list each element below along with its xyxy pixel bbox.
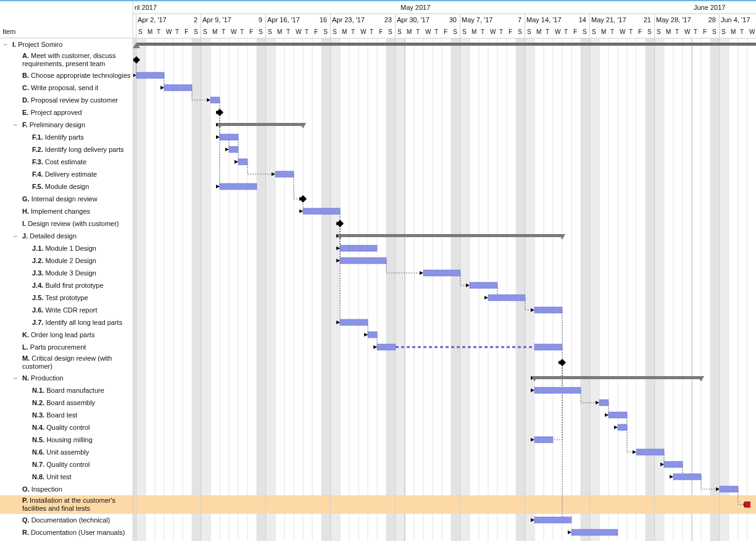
task-row[interactable]: G. Internal design review — [0, 193, 133, 205]
task-row[interactable]: B. Choose appropriate technologies — [0, 69, 133, 82]
svg-rect-120 — [534, 376, 701, 379]
task-row[interactable]: K. Order long lead parts — [0, 329, 133, 341]
day-letter: W — [555, 28, 561, 35]
task-text: Proposal review by customer — [31, 96, 118, 104]
task-prefix: C. — [22, 84, 31, 91]
task-row[interactable]: –F. Preliminary design — [0, 119, 133, 131]
task-text: Unit test — [46, 473, 71, 480]
task-row[interactable]: –N. Production — [0, 372, 133, 384]
task-row[interactable]: N.3. Board test — [0, 409, 133, 421]
svg-rect-17 — [655, 38, 664, 541]
task-row[interactable]: J.3. Module 3 Design — [0, 267, 133, 279]
task-text: Module design — [45, 183, 89, 190]
task-row[interactable]: J.7. Identify all long lead parts — [0, 316, 133, 329]
task-row[interactable]: J.1. Module 1 Design — [0, 242, 133, 254]
task-row[interactable]: F.5. Module design — [0, 180, 133, 193]
collapse-toggle-icon[interactable]: – — [14, 374, 22, 381]
collapse-toggle-icon[interactable]: – — [14, 232, 22, 239]
task-row[interactable]: I. Design review (with customer) — [0, 217, 133, 230]
gantt-bar — [340, 258, 386, 264]
task-row[interactable]: –J. Detailed design — [0, 230, 133, 242]
task-label: F.4. Delivery estimate — [32, 170, 97, 178]
task-text: Critical design review (with customer) — [22, 354, 112, 370]
task-row[interactable]: F.4. Delivery estimate — [0, 168, 133, 180]
task-row[interactable]: N.1. Board manufacture — [0, 384, 133, 396]
task-text: Build first prototype — [45, 282, 103, 289]
task-text: Cost estimate — [45, 158, 86, 166]
task-row[interactable]: F.2. Identify long delivery parts — [0, 143, 133, 156]
gantt-bar — [534, 307, 562, 313]
gantt-bar — [340, 245, 377, 251]
task-row[interactable]: R. Documentation (User manuals) — [0, 526, 133, 539]
task-prefix: J. — [22, 232, 30, 240]
task-row[interactable]: F.1. Identify parts — [0, 131, 133, 143]
task-label: I. Design review (with customer) — [22, 220, 119, 227]
task-prefix: K. — [22, 331, 31, 338]
task-prefix: O. — [22, 485, 31, 493]
task-row[interactable]: N.6. Unit assembly — [0, 446, 133, 458]
day-letter: T — [740, 28, 744, 35]
day-letter: S — [453, 28, 457, 35]
task-text: Documentation (technical) — [31, 516, 110, 524]
day-letter: F — [638, 28, 642, 35]
task-prefix: P. — [22, 497, 30, 504]
day-letter: W — [490, 28, 496, 35]
task-row[interactable]: J.2. Module 2 Design — [0, 254, 133, 267]
task-row[interactable]: J.6. Write CDR report — [0, 304, 133, 316]
task-list-header[interactable]: Item — [0, 1, 133, 38]
task-label: F.1. Identify parts — [32, 133, 84, 141]
week-label: May 14, '17 — [526, 16, 562, 23]
task-prefix: N.5. — [32, 436, 46, 443]
gantt-bar — [534, 387, 581, 393]
day-letter: S — [518, 28, 522, 35]
task-row[interactable]: H. Implement changes — [0, 205, 133, 217]
task-row[interactable]: N.5. Housing milling — [0, 434, 133, 446]
task-label: N.4. Quality control — [32, 424, 90, 431]
task-prefix: J.2. — [32, 257, 45, 264]
task-label: J.5. Test prototype — [32, 294, 88, 301]
collapse-toggle-icon[interactable]: – — [14, 121, 22, 128]
task-text: Installation at the customer's facilitie… — [22, 497, 115, 512]
day-letter: W — [425, 28, 431, 35]
gantt-bar — [664, 461, 683, 468]
task-row[interactable]: J.5. Test prototype — [0, 291, 133, 304]
task-row[interactable]: N.8. Unit test — [0, 471, 133, 483]
task-text: Quality control — [46, 424, 89, 431]
task-row[interactable]: J.4. Build first prototype — [0, 279, 133, 291]
task-row[interactable]: A. Meet with customer, discuss requireme… — [0, 51, 133, 69]
task-prefix: M. — [22, 354, 31, 362]
task-row[interactable]: D. Proposal review by customer — [0, 94, 133, 106]
task-text: Write CDR report — [45, 306, 97, 314]
task-row[interactable]: E. Project approved — [0, 106, 133, 119]
week-number: 21 — [644, 16, 651, 23]
svg-rect-114 — [136, 43, 756, 46]
gantt-svg: ril 2017May 2017June 2017Apr 2, '172SMTW… — [133, 1, 756, 541]
task-row[interactable]: N.4. Quality control — [0, 421, 133, 434]
task-prefix: J.5. — [32, 294, 45, 301]
day-letter: S — [462, 28, 467, 35]
week-number: 23 — [384, 16, 392, 23]
task-row[interactable]: N.2. Board assembly — [0, 396, 133, 409]
gantt-bar — [275, 171, 294, 177]
task-row[interactable]: N.7. Quality control — [0, 458, 133, 471]
task-row[interactable]: Q. Documentation (technical) — [0, 514, 133, 526]
task-row[interactable]: O. Inspection — [0, 483, 133, 495]
task-label: I. Project Somiro — [12, 41, 62, 48]
task-row[interactable]: C. Write proposal, send it — [0, 82, 133, 94]
gantt-bar — [720, 486, 738, 492]
task-text: Module 1 Design — [45, 245, 96, 252]
task-row[interactable]: L. Parts procurement — [0, 341, 133, 353]
task-row[interactable]: M. Critical design review (with customer… — [0, 353, 133, 372]
week-label: Apr 2, '17 — [138, 16, 167, 23]
svg-rect-2 — [192, 38, 201, 541]
task-label: D. Proposal review by customer — [22, 96, 118, 104]
gantt-timeline-panel[interactable]: ril 2017May 2017June 2017Apr 2, '172SMTW… — [133, 1, 756, 541]
task-row[interactable]: –I. Project Somiro — [0, 38, 133, 51]
week-label: Jun 4, '17 — [721, 16, 750, 23]
collapse-toggle-icon[interactable]: – — [4, 41, 12, 48]
task-row[interactable]: P. Installation at the customer's facili… — [0, 495, 133, 514]
task-tree: –I. Project SomiroA. Meet with customer,… — [0, 38, 133, 539]
day-letter: T — [416, 28, 420, 35]
task-prefix: N.4. — [32, 424, 46, 431]
task-row[interactable]: F.3. Cost estimate — [0, 156, 133, 168]
